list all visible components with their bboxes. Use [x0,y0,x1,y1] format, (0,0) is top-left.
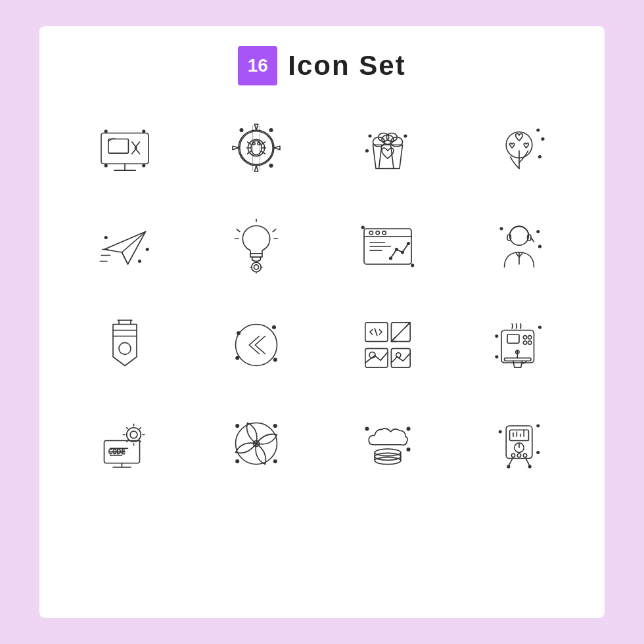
svg-point-19 [240,129,243,132]
icon-multimeter [460,401,578,486]
browser-chart-svg [358,217,417,276]
svg-point-159 [537,451,540,454]
code-monitor-svg [95,118,154,177]
svg-point-139 [365,427,369,430]
header: 16 Icon Set [238,46,405,85]
icon-bug-gear [197,105,315,191]
svg-rect-99 [505,358,532,361]
shield-badge-svg [95,315,154,375]
icon-coffee-machine [460,302,578,388]
svg-point-135 [375,453,401,460]
svg-line-119 [127,428,128,429]
svg-point-45 [252,262,261,271]
cloud-stack-svg [358,414,417,473]
rewind-svg [227,315,286,375]
svg-point-35 [541,138,544,141]
svg-point-75 [537,231,540,233]
icon-pinwheel [197,401,315,486]
bug-gear-svg [227,118,286,177]
svg-point-6 [143,164,145,167]
svg-point-76 [539,245,541,248]
svg-point-77 [500,227,503,230]
svg-line-22 [379,145,382,169]
svg-rect-95 [391,348,410,367]
icon-browser-chart [329,204,447,289]
svg-point-30 [404,135,407,137]
svg-point-5 [143,130,145,133]
svg-line-121 [140,428,141,429]
svg-point-130 [274,460,277,463]
icon-rewind [197,302,315,388]
svg-rect-89 [365,323,388,342]
svg-point-158 [537,425,540,427]
svg-point-36 [539,156,541,158]
svg-point-60 [382,231,386,235]
paper-plane-svg [95,217,154,276]
svg-point-7 [104,164,107,167]
svg-point-46 [254,265,258,269]
support-person-svg [490,217,549,276]
svg-point-66 [402,251,404,254]
icon-paper-plane [66,204,184,289]
svg-point-131 [236,460,239,463]
svg-point-151 [517,453,520,457]
svg-point-105 [528,341,532,344]
svg-point-106 [495,335,498,338]
icon-idea-gear [197,204,315,289]
popcorn-svg [358,118,417,177]
svg-point-18 [258,143,260,145]
svg-point-85 [237,332,241,335]
icon-code-settings: CODE [66,401,184,486]
svg-point-80 [119,342,131,354]
svg-point-69 [411,264,414,267]
svg-point-107 [539,326,541,329]
love-tree-svg [490,118,549,177]
svg-point-64 [390,257,392,260]
icon-shield-badge [66,302,184,388]
pinwheel-svg [227,414,286,473]
svg-point-128 [236,425,239,428]
svg-point-42 [146,248,149,251]
svg-point-67 [407,242,410,245]
svg-point-41 [139,260,141,263]
svg-point-4 [104,130,107,133]
badge-number: 16 [238,46,277,85]
svg-point-141 [407,448,410,451]
svg-rect-143 [510,430,529,440]
svg-point-68 [361,226,364,229]
svg-point-65 [396,248,398,251]
svg-point-59 [376,231,379,235]
svg-point-138 [375,457,401,465]
svg-rect-3 [108,139,129,154]
svg-point-17 [253,143,256,145]
icons-grid: CODE [66,105,578,486]
page-title: Icon Set [288,50,405,81]
svg-line-73 [531,238,534,242]
code-settings-svg: CODE [95,414,154,473]
icon-cloud-stack [329,401,447,486]
svg-rect-98 [507,334,519,344]
svg-point-103 [528,336,532,339]
svg-point-58 [369,231,373,235]
svg-point-31 [366,150,369,152]
icon-code-monitor [66,105,184,191]
svg-point-29 [369,135,371,137]
svg-point-108 [495,356,498,358]
idea-gear-svg [227,217,286,276]
svg-point-8 [240,131,273,164]
svg-point-34 [537,129,540,131]
code-image-layout-svg [358,315,417,375]
svg-point-87 [274,358,277,361]
icon-support-person [460,204,578,289]
coffee-machine-svg [490,315,549,375]
icon-code-image-layout [329,302,447,388]
svg-rect-93 [365,348,388,367]
svg-line-92 [391,323,410,342]
icon-love-tree [460,105,578,191]
svg-point-132 [375,449,401,456]
svg-point-21 [269,164,273,168]
svg-point-140 [407,427,410,430]
svg-point-88 [236,357,239,360]
svg-rect-71 [507,235,511,241]
svg-point-155 [507,465,510,468]
